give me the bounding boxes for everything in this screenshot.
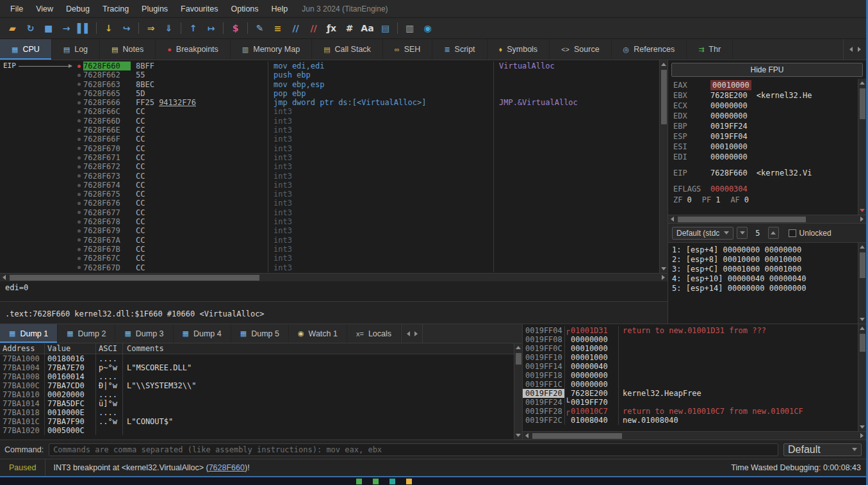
menu-debug[interactable]: Debug (60, 0, 96, 17)
dump-row[interactable]: 77BA1014 77BA5DFC ü]°w (0, 399, 514, 408)
scroll-up-icon[interactable] (514, 343, 523, 352)
stack-row[interactable]: 0019FF0C 00010000 (523, 344, 858, 353)
label-icon[interactable]: // (287, 20, 304, 37)
dump-row[interactable]: 77BA1020 0005000C (0, 426, 514, 435)
disasm-row[interactable]: 7628F67A CC int3 (0, 236, 659, 245)
disasm-row[interactable]: 7628F67B CC int3 (0, 245, 659, 254)
breakpoint-bullet-icon[interactable] (74, 199, 83, 208)
disasm-row[interactable]: EIP 7628F660 8BFF mov edi,edi VirtualAll… (0, 62, 659, 70)
dump-row[interactable]: 77BA1008 00160014 .... (0, 372, 514, 381)
menu-file[interactable]: File (4, 0, 29, 17)
scroll-thumb[interactable] (532, 433, 622, 439)
run-to-cursor-icon[interactable]: ↦ (202, 20, 220, 37)
tab-scroll-right-icon[interactable] (858, 47, 861, 52)
tab-symbols[interactable]: ♦ Symbols (487, 39, 550, 60)
register-row[interactable]: EAX 00010000 (673, 80, 858, 90)
register-row[interactable]: EDX 00000000 (673, 111, 858, 121)
arguments-vertical-scrollbar[interactable] (858, 243, 866, 324)
register-row[interactable]: EDI 00000000 (673, 152, 858, 162)
register-row[interactable]: ESI 00010000 (673, 142, 858, 152)
disasm-row[interactable]: 7628F67D CC int3 (0, 263, 659, 272)
toolbar-separator[interactable] (136, 20, 142, 37)
menu-help[interactable]: Help (265, 0, 295, 17)
breakpoint-bullet-icon[interactable] (74, 162, 83, 171)
scroll-thumb[interactable] (10, 275, 259, 281)
register-row[interactable]: EFLAGS 00000304 (673, 184, 858, 194)
tab-scroll-left-icon[interactable] (849, 47, 853, 52)
stack-row[interactable]: 0019FF20 7628E200 kernel32.HeapFree (523, 389, 858, 398)
run-to-user-code-icon[interactable]: ⇒ (142, 20, 160, 37)
toolbar-separator[interactable] (220, 20, 226, 37)
step-into-icon[interactable]: ↓ (100, 20, 117, 37)
scroll-thumb[interactable] (516, 353, 521, 365)
menu-options[interactable]: Options (224, 0, 265, 17)
stack-row[interactable]: 0019FF24 └ 0019FF70 (523, 398, 858, 407)
function-icon[interactable]: ƒx (323, 20, 340, 37)
disasm-row[interactable]: 7628F665 5D pop ebp (0, 89, 659, 98)
scroll-right-icon[interactable] (659, 274, 667, 282)
scroll-thumb[interactable] (860, 334, 865, 352)
scroll-down-icon[interactable] (858, 315, 867, 324)
breakpoint-bullet-icon[interactable] (74, 226, 83, 235)
disasm-row[interactable]: 7628F66F CC int3 (0, 135, 659, 144)
execute-till-return-icon[interactable]: ↑ (184, 20, 202, 37)
dump-row[interactable]: 77BA1000 00180016 .... (0, 354, 514, 363)
dump-row[interactable]: 77BA101C 77BA7F90 ..°w L"CONOUT$" (0, 417, 514, 426)
cpu-flag[interactable]: PF1 (702, 195, 721, 205)
dump-row[interactable]: 77BA1010 00020000 .... (0, 390, 514, 399)
breakpoint-bullet-icon[interactable] (74, 135, 83, 144)
tab-dump-4[interactable]: ▦ Dump 4 (174, 324, 231, 343)
disasm-row[interactable]: 7628F662 55 push ebp (0, 70, 659, 79)
scroll-right-icon[interactable] (858, 432, 866, 440)
preferences-icon[interactable]: ▥ (401, 20, 418, 37)
argument-row[interactable]: 1: [esp+4] 00000000 00000000 (672, 245, 858, 255)
register-row[interactable]: ESP 0019FF04 (673, 131, 858, 142)
disasm-row[interactable]: 7628F670 CC int3 (0, 144, 659, 153)
scroll-down-icon[interactable] (660, 265, 668, 273)
tab-dump-1[interactable]: ▦ Dump 1 (0, 324, 58, 343)
registers-vertical-scrollbar[interactable] (858, 79, 866, 215)
tab-dump-5[interactable]: ▦ Dump 5 (231, 324, 289, 343)
scroll-left-icon[interactable] (668, 215, 676, 224)
tab-breakpoints[interactable]: ● Breakpoints (156, 39, 231, 60)
tab-locals[interactable]: x= Locals (347, 324, 401, 343)
scroll-thumb[interactable] (661, 70, 667, 124)
breakpoint-bullet-icon[interactable] (74, 236, 83, 245)
disasm-row[interactable]: 7628F679 CC int3 (0, 226, 659, 235)
breakpoint-bullet-icon[interactable] (74, 245, 83, 254)
tab-dump-2[interactable]: ▦ Dump 2 (58, 324, 115, 343)
dump-header-address[interactable]: Address (0, 343, 45, 354)
taskbar-icon[interactable] (373, 479, 379, 484)
tab-notes[interactable]: ▤ Notes (100, 39, 156, 60)
breakpoint-address-link[interactable]: 7628F660 (209, 463, 245, 472)
modules-icon[interactable]: ▤ (377, 20, 394, 37)
disasm-row[interactable]: 7628F663 8BEC mov ebp,esp (0, 80, 659, 89)
disasm-row[interactable]: 7628F674 CC int3 (0, 181, 659, 190)
dollar-icon[interactable]: $ (227, 20, 244, 37)
toolbar-separator[interactable] (94, 20, 99, 37)
dump-row[interactable]: 77BA100C 77BA7CD0 Ð|°w L"\\SYSTEM32\\" (0, 381, 514, 390)
breakpoint-bullet-icon[interactable] (74, 98, 83, 107)
menu-favourites[interactable]: Favourites (174, 0, 224, 17)
internet-icon[interactable]: ◉ (419, 20, 436, 37)
scroll-up-icon[interactable] (660, 60, 668, 69)
font-icon[interactable]: Aa (359, 20, 376, 37)
command-profile-select[interactable]: Default (783, 443, 862, 456)
taskbar-icon[interactable] (356, 479, 362, 484)
toolbar-separator[interactable] (395, 20, 400, 37)
breakpoint-bullet-icon[interactable] (74, 153, 83, 162)
argument-row[interactable]: 3: [esp+C] 00001000 00001000 (672, 265, 858, 274)
dump-header-ascii[interactable]: ASCI (96, 343, 123, 354)
breakpoint-bullet-icon[interactable] (74, 144, 83, 153)
disasm-row[interactable]: 7628F672 CC int3 (0, 162, 659, 171)
breakpoint-bullet-icon[interactable] (74, 126, 83, 135)
tab-call-stack[interactable]: ▤ Call Stack (312, 39, 383, 60)
tab-script[interactable]: ≣ Script (432, 39, 487, 60)
toolbar-separator[interactable] (245, 20, 250, 37)
disasm-vertical-scrollbar[interactable] (659, 60, 667, 273)
breakpoint-bullet-icon[interactable] (74, 208, 83, 217)
step-until-return-icon[interactable]: ⇓ (160, 20, 177, 37)
tab-watch-1[interactable]: ◉ Watch 1 (289, 324, 347, 343)
breakpoint-bullet-icon[interactable] (74, 181, 83, 190)
disasm-row[interactable]: 7628F675 CC int3 (0, 190, 659, 199)
